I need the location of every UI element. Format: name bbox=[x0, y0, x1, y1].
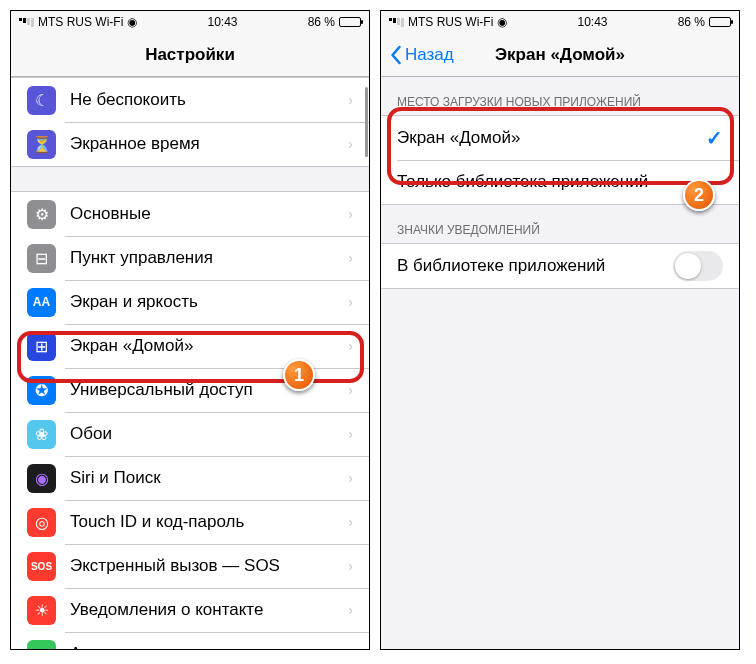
chevron-right-icon: › bbox=[348, 294, 353, 310]
row-app-library-badges: В библиотеке приложений bbox=[381, 244, 739, 288]
row-label: Пункт управления bbox=[70, 248, 348, 268]
status-bar: MTS RUS Wi-Fi ◉ 10:43 86 % bbox=[11, 11, 369, 33]
battery-percent: 86 % bbox=[308, 15, 335, 29]
chevron-right-icon: › bbox=[348, 382, 353, 398]
row-touch-id[interactable]: ◎ Touch ID и код-пароль › bbox=[11, 500, 369, 544]
row-battery[interactable]: ▮ Аккумулятор › bbox=[11, 632, 369, 650]
chevron-right-icon: › bbox=[348, 206, 353, 222]
row-label: Siri и Поиск bbox=[70, 468, 348, 488]
sos-icon: SOS bbox=[27, 552, 56, 581]
row-accessibility[interactable]: ✪ Универсальный доступ › bbox=[11, 368, 369, 412]
status-time: 10:43 bbox=[207, 15, 237, 29]
flower-icon: ❀ bbox=[27, 420, 56, 449]
nav-bar: Назад Экран «Домой» bbox=[381, 33, 739, 77]
row-display-brightness[interactable]: AA Экран и яркость › bbox=[11, 280, 369, 324]
section-header-badges: ЗНАЧКИ УВЕДОМЛЕНИЙ bbox=[381, 205, 739, 243]
battery-icon bbox=[709, 17, 731, 27]
signal-icon bbox=[389, 18, 404, 27]
badges-group: В библиотеке приложений bbox=[381, 243, 739, 289]
accessibility-icon: ✪ bbox=[27, 376, 56, 405]
row-exposure[interactable]: ☀ Уведомления о контакте › bbox=[11, 588, 369, 632]
signal-icon bbox=[19, 18, 34, 27]
chevron-right-icon: › bbox=[348, 426, 353, 442]
checkmark-icon: ✓ bbox=[706, 126, 723, 150]
row-emergency-sos[interactable]: SOS Экстренный вызов — SOS › bbox=[11, 544, 369, 588]
settings-group-1: ☾ Не беспокоить › ⏳ Экранное время › bbox=[11, 77, 369, 167]
page-title: Экран «Домой» bbox=[495, 45, 625, 65]
row-label: Не беспокоить bbox=[70, 90, 348, 110]
option-home-screen[interactable]: Экран «Домой» ✓ bbox=[381, 116, 739, 160]
chevron-right-icon: › bbox=[348, 338, 353, 354]
row-label: Экран и яркость bbox=[70, 292, 348, 312]
chevron-right-icon: › bbox=[348, 250, 353, 266]
nav-bar: Настройки bbox=[11, 33, 369, 77]
row-label: Экран «Домой» bbox=[70, 336, 348, 356]
row-label: Только библиотека приложений bbox=[397, 172, 723, 192]
row-wallpaper[interactable]: ❀ Обои › bbox=[11, 412, 369, 456]
grid-icon: ⊞ bbox=[27, 332, 56, 361]
row-label: Экстренный вызов — SOS bbox=[70, 556, 348, 576]
fingerprint-icon: ◎ bbox=[27, 508, 56, 537]
chevron-left-icon bbox=[389, 45, 402, 65]
row-label: Экран «Домой» bbox=[397, 128, 706, 148]
annotation-marker-2: 2 bbox=[683, 179, 715, 211]
row-home-screen[interactable]: ⊞ Экран «Домой» › bbox=[11, 324, 369, 368]
settings-group-2: ⚙ Основные › ⊟ Пункт управления › AA Экр… bbox=[11, 191, 369, 650]
badges-switch[interactable] bbox=[673, 251, 723, 281]
row-label: Основные bbox=[70, 204, 348, 224]
chevron-right-icon: › bbox=[348, 470, 353, 486]
status-bar: MTS RUS Wi-Fi ◉ 10:43 86 % bbox=[381, 11, 739, 33]
row-label: Уведомления о контакте bbox=[70, 600, 348, 620]
row-label: Аккумулятор bbox=[70, 644, 348, 650]
chevron-right-icon: › bbox=[348, 602, 353, 618]
switches-icon: ⊟ bbox=[27, 244, 56, 273]
chevron-right-icon: › bbox=[348, 558, 353, 574]
hourglass-icon: ⏳ bbox=[27, 130, 56, 159]
scrollbar[interactable] bbox=[365, 87, 368, 157]
chevron-right-icon: › bbox=[348, 92, 353, 108]
section-header-download-location: МЕСТО ЗАГРУЗКИ НОВЫХ ПРИЛОЖЕНИЙ bbox=[381, 77, 739, 115]
settings-screen: MTS RUS Wi-Fi ◉ 10:43 86 % Настройки ☾ Н… bbox=[10, 10, 370, 650]
row-label: Touch ID и код-пароль bbox=[70, 512, 348, 532]
row-screen-time[interactable]: ⏳ Экранное время › bbox=[11, 122, 369, 166]
carrier-label: MTS RUS Wi-Fi bbox=[408, 15, 493, 29]
chevron-right-icon: › bbox=[348, 514, 353, 530]
row-label: Обои bbox=[70, 424, 348, 444]
carrier-label: MTS RUS Wi-Fi bbox=[38, 15, 123, 29]
row-control-center[interactable]: ⊟ Пункт управления › bbox=[11, 236, 369, 280]
back-button[interactable]: Назад bbox=[389, 45, 454, 65]
battery-setting-icon: ▮ bbox=[27, 640, 56, 651]
row-do-not-disturb[interactable]: ☾ Не беспокоить › bbox=[11, 78, 369, 122]
gear-icon: ⚙ bbox=[27, 200, 56, 229]
moon-icon: ☾ bbox=[27, 86, 56, 115]
back-label: Назад bbox=[405, 45, 454, 65]
annotation-marker-1: 1 bbox=[283, 359, 315, 391]
row-label: В библиотеке приложений bbox=[397, 256, 673, 276]
battery-percent: 86 % bbox=[678, 15, 705, 29]
home-screen-settings: MTS RUS Wi-Fi ◉ 10:43 86 % Назад Экран «… bbox=[380, 10, 740, 650]
wifi-icon: ◉ bbox=[497, 15, 507, 29]
chevron-right-icon: › bbox=[348, 136, 353, 152]
row-general[interactable]: ⚙ Основные › bbox=[11, 192, 369, 236]
siri-icon: ◉ bbox=[27, 464, 56, 493]
page-title: Настройки bbox=[145, 45, 235, 65]
row-label: Экранное время bbox=[70, 134, 348, 154]
wifi-icon: ◉ bbox=[127, 15, 137, 29]
chevron-right-icon: › bbox=[348, 646, 353, 650]
exposure-icon: ☀ bbox=[27, 596, 56, 625]
text-size-icon: AA bbox=[27, 288, 56, 317]
battery-icon bbox=[339, 17, 361, 27]
status-time: 10:43 bbox=[577, 15, 607, 29]
row-siri[interactable]: ◉ Siri и Поиск › bbox=[11, 456, 369, 500]
